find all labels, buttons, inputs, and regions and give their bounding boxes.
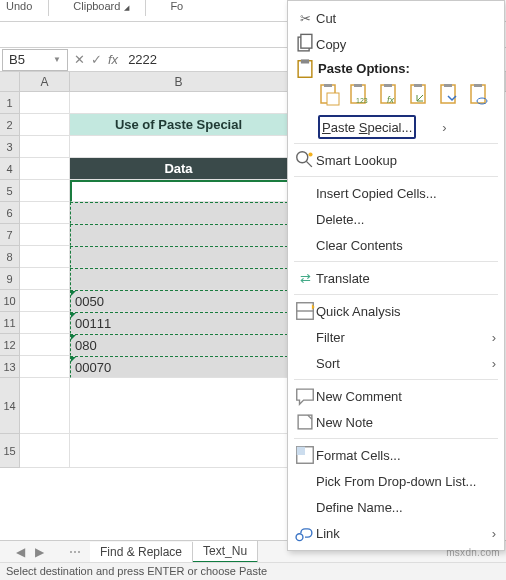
row-header[interactable]: 6 — [0, 202, 20, 224]
menu-filter[interactable]: Filter › — [288, 324, 504, 350]
svg-point-28 — [296, 534, 303, 541]
cell[interactable] — [20, 136, 70, 158]
cell[interactable] — [70, 224, 288, 246]
cut-icon: ✂ — [294, 11, 316, 26]
paste-formatting-icon[interactable] — [438, 82, 462, 108]
name-box-dropdown-icon[interactable]: ▼ — [53, 55, 61, 64]
row-header[interactable]: 10 — [0, 290, 20, 312]
menu-separator — [294, 261, 498, 262]
row-header[interactable]: 15 — [0, 434, 20, 468]
svg-rect-16 — [444, 84, 452, 87]
cell[interactable] — [20, 92, 70, 114]
paste-transpose-icon[interactable] — [408, 82, 432, 108]
menu-separator — [294, 438, 498, 439]
row-header[interactable]: 12 — [0, 334, 20, 356]
cell[interactable] — [20, 434, 70, 468]
cell[interactable] — [20, 224, 70, 246]
menu-sort[interactable]: Sort › — [288, 350, 504, 376]
menu-paste-special[interactable]: Paste Special... › — [288, 114, 504, 140]
paste-formulas-icon[interactable]: fx — [378, 82, 402, 108]
fx-icon[interactable]: fx — [108, 52, 118, 67]
row-header[interactable]: 5 — [0, 180, 20, 202]
tab-nav-next-icon[interactable]: ▶ — [35, 545, 44, 559]
paste-link-icon[interactable] — [468, 82, 492, 108]
menu-new-note[interactable]: New Note — [288, 409, 504, 435]
formula-bar[interactable]: 2222 — [128, 52, 157, 67]
cell[interactable] — [70, 136, 288, 158]
menu-separator — [294, 143, 498, 144]
name-box[interactable]: B5 ▼ — [2, 49, 68, 71]
row-header[interactable]: 3 — [0, 136, 20, 158]
cell[interactable] — [70, 378, 288, 434]
tab-text-nu[interactable]: Text_Nu — [193, 541, 258, 563]
cell[interactable]: 00111 — [70, 312, 288, 334]
menu-quick-analysis[interactable]: Quick Analysis — [288, 298, 504, 324]
selected-cell[interactable] — [70, 180, 288, 202]
tab-nav[interactable]: ◀▶ — [0, 545, 60, 559]
tab-nav-prev-icon[interactable]: ◀ — [16, 545, 25, 559]
col-header-a[interactable]: A — [20, 72, 70, 91]
cell[interactable] — [20, 334, 70, 356]
cancel-icon[interactable]: ✕ — [74, 52, 85, 67]
cell[interactable] — [70, 246, 288, 268]
svg-rect-6 — [327, 93, 339, 105]
cell[interactable]: 0050 — [70, 290, 288, 312]
menu-link[interactable]: Link › — [288, 520, 504, 546]
paste-all-icon[interactable] — [318, 82, 342, 108]
cell[interactable]: 080 — [70, 334, 288, 356]
svg-text:fx: fx — [387, 95, 395, 105]
clipboard-group-label: Clipboard◢ — [73, 0, 146, 16]
paste-values-icon[interactable]: 123 — [348, 82, 372, 108]
col-header-b[interactable]: B — [70, 72, 288, 91]
link-icon — [294, 522, 316, 544]
cell[interactable] — [20, 378, 70, 434]
copy-icon — [294, 33, 316, 55]
tab-find-replace[interactable]: Find & Replace — [90, 542, 193, 562]
menu-clear-contents[interactable]: Clear Contents — [288, 232, 504, 258]
undo-group-label: Undo — [6, 0, 49, 16]
data-header-cell[interactable]: Data — [70, 158, 288, 180]
row-header[interactable]: 7 — [0, 224, 20, 246]
menu-copy[interactable]: Copy — [288, 31, 504, 57]
cell[interactable] — [20, 114, 70, 136]
row-header[interactable]: 14 — [0, 378, 20, 434]
svg-rect-8 — [354, 84, 362, 87]
row-header[interactable]: 9 — [0, 268, 20, 290]
cell[interactable] — [20, 158, 70, 180]
svg-rect-14 — [414, 84, 422, 87]
cell[interactable] — [20, 180, 70, 202]
svg-rect-3 — [301, 59, 309, 63]
menu-smart-lookup[interactable]: Smart Lookup — [288, 147, 504, 173]
cell[interactable] — [20, 268, 70, 290]
context-menu: ✂ Cut Copy Paste Options: 123 fx Paste S… — [287, 0, 505, 551]
row-header[interactable]: 4 — [0, 158, 20, 180]
row-header[interactable]: 1 — [0, 92, 20, 114]
cell[interactable] — [20, 356, 70, 378]
select-all-corner[interactable] — [0, 72, 20, 91]
menu-new-comment[interactable]: New Comment — [288, 383, 504, 409]
menu-pick-dropdown[interactable]: Pick From Drop-down List... — [288, 468, 504, 494]
cell[interactable] — [70, 268, 288, 290]
row-header[interactable]: 2 — [0, 114, 20, 136]
cell[interactable] — [20, 246, 70, 268]
row-header[interactable]: 13 — [0, 356, 20, 378]
cell[interactable] — [70, 92, 288, 114]
svg-point-20 — [297, 152, 308, 163]
menu-insert-copied-cells[interactable]: Insert Copied Cells... — [288, 180, 504, 206]
title-cell[interactable]: Use of Paste Special — [70, 114, 288, 136]
menu-format-cells[interactable]: Format Cells... — [288, 442, 504, 468]
cell[interactable]: 00070 — [70, 356, 288, 378]
svg-rect-1 — [301, 34, 312, 48]
cell[interactable] — [20, 202, 70, 224]
menu-cut[interactable]: ✂ Cut — [288, 5, 504, 31]
enter-icon[interactable]: ✓ — [91, 52, 102, 67]
cell[interactable] — [20, 312, 70, 334]
row-header[interactable]: 11 — [0, 312, 20, 334]
menu-define-name[interactable]: Define Name... — [288, 494, 504, 520]
cell[interactable] — [70, 434, 288, 468]
menu-delete[interactable]: Delete... — [288, 206, 504, 232]
menu-translate[interactable]: ⇄ Translate — [288, 265, 504, 291]
cell[interactable] — [70, 202, 288, 224]
cell[interactable] — [20, 290, 70, 312]
row-header[interactable]: 8 — [0, 246, 20, 268]
